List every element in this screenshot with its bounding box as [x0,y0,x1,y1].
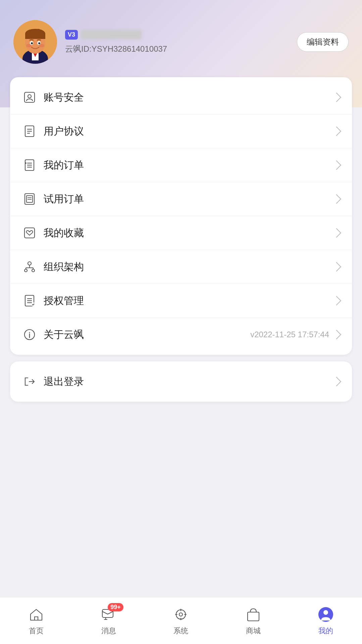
menu-item-about[interactable]: 关于云飒 v2022-11-25 17:57:44 [10,318,352,351]
svg-point-14 [39,44,44,47]
menu-item-user-agreement[interactable]: 用户协议 [10,114,352,148]
menu-item-my-favorites[interactable]: 我的收藏 [10,216,352,250]
chevron-icon [332,93,341,102]
home-icon [28,606,45,623]
v3-badge: V3 [65,30,78,40]
svg-point-31 [28,262,31,265]
logout-icon [22,374,37,389]
main-menu-card: 账号安全 用户协议 [10,77,352,355]
auth-management-label: 授权管理 [44,294,333,308]
menu-item-account-security[interactable]: 账号安全 [10,81,352,114]
my-orders-label: 我的订单 [44,158,333,172]
chevron-icon [332,160,341,170]
home-nav-label: 首页 [29,626,44,636]
svg-point-8 [36,29,41,36]
messages-nav-label: 消息 [101,626,116,636]
username-row: V3 [65,30,289,40]
chevron-icon [332,377,341,386]
chevron-icon [332,330,341,339]
mall-nav-label: 商城 [246,626,261,636]
nav-item-home[interactable]: 首页 [28,606,45,636]
svg-point-61 [323,610,328,615]
chevron-icon [332,194,341,204]
user-agreement-icon [22,124,37,139]
chevron-icon [332,127,341,136]
auth-management-icon [22,293,37,308]
user-id: 云飒ID:YSYH328614010037 [65,44,289,54]
my-favorites-icon [22,226,37,240]
nav-item-mall[interactable]: 商城 [245,606,262,636]
svg-point-53 [176,610,186,619]
about-label: 关于云飒 [44,328,250,342]
svg-line-50 [108,611,113,614]
profile-section: V3 云飒ID:YSYH328614010037 编辑资料 [0,0,362,77]
bottom-nav: 首页 99+ 消息 系统 [0,597,362,644]
account-security-label: 账号安全 [44,91,333,104]
svg-rect-15 [24,92,35,102]
edit-profile-button[interactable]: 编辑资料 [297,32,349,52]
system-nav-label: 系统 [173,626,188,636]
nav-item-mine[interactable]: 我的 [317,606,334,636]
svg-rect-30 [24,228,35,238]
my-favorites-label: 我的收藏 [44,226,333,240]
username-blurred [81,30,142,39]
mall-icon [245,606,262,623]
svg-rect-7 [25,34,45,39]
avatar [13,20,57,64]
svg-point-32 [24,269,27,272]
menu-item-trial-orders[interactable]: 试用订单 [10,182,352,216]
about-icon [22,327,37,342]
svg-point-11 [31,42,33,44]
mine-nav-label: 我的 [318,626,333,636]
my-orders-icon [22,158,37,172]
logout-card: 退出登录 [10,361,352,402]
menu-item-auth-management[interactable]: 授权管理 [10,284,352,318]
message-icon: 99+ [100,606,117,623]
svg-point-44 [29,332,30,333]
trial-orders-label: 试用订单 [44,192,333,206]
menu-item-org-structure[interactable]: 组织架构 [10,250,352,284]
svg-rect-59 [248,612,259,621]
trial-orders-icon [22,192,37,206]
mine-icon [317,606,334,623]
nav-item-system[interactable]: 系统 [172,606,190,636]
svg-point-16 [28,95,31,98]
menu-item-logout[interactable]: 退出登录 [10,365,352,398]
menu-item-my-orders[interactable]: 我的订单 [10,148,352,182]
svg-point-12 [38,42,40,44]
user-agreement-label: 用户协议 [44,125,333,138]
profile-info: V3 云飒ID:YSYH328614010037 [65,30,289,54]
nav-item-messages[interactable]: 99+ 消息 [100,606,117,636]
svg-point-33 [32,269,35,272]
org-structure-icon [22,259,37,274]
chevron-icon [332,262,341,271]
svg-point-54 [179,613,183,616]
chevron-icon [332,296,341,305]
account-security-icon [22,90,37,105]
svg-line-49 [102,611,108,614]
svg-point-13 [26,44,32,47]
logout-label: 退出登录 [44,375,333,389]
org-structure-label: 组织架构 [44,260,333,274]
message-badge: 99+ [108,603,123,611]
svg-rect-47 [35,617,38,620]
svg-rect-27 [27,196,33,202]
version-text: v2022-11-25 17:57:44 [250,330,329,339]
svg-point-25 [25,162,27,164]
system-icon [172,606,190,623]
chevron-icon [332,228,341,238]
